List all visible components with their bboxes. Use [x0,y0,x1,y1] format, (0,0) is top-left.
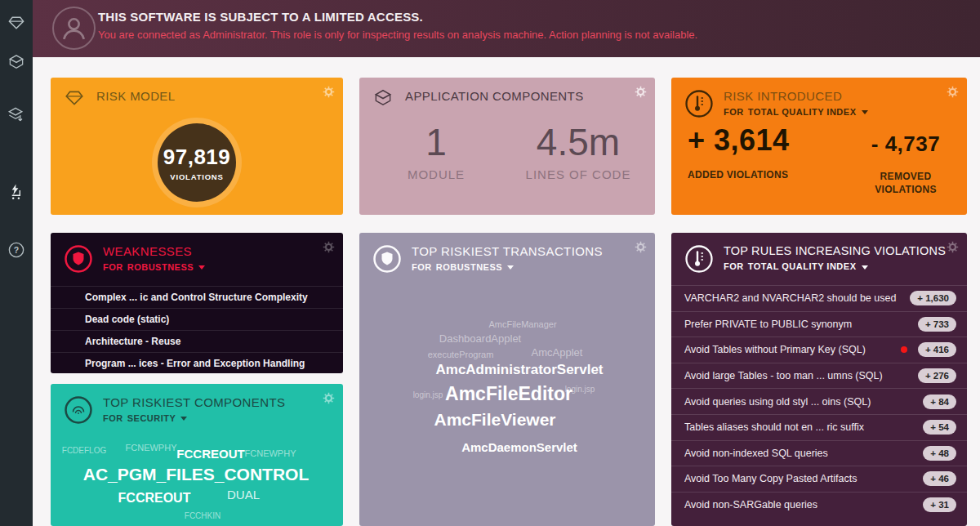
added-violations-badge: + 733 [918,317,956,332]
left-sidebar: ? [0,0,33,526]
violations-counter[interactable]: 97,819 VIOLATIONS [158,123,236,202]
transaction-word[interactable]: DashboardApplet [439,332,521,345]
component-word[interactable]: AC_PGM_FILES_CONTROL [83,465,310,484]
transaction-word[interactable]: AmcAdministratorServlet [435,362,603,378]
weakness-item[interactable]: Program ... ices - Error and Exception H… [51,352,343,373]
components-stack-icon [372,87,394,109]
transaction-word[interactable]: executeProgram [428,350,494,359]
rule-label: Avoid Tables without Primary Key (SQL) [684,344,901,355]
components-stack-icon[interactable] [7,53,26,72]
gear-icon[interactable] [322,85,336,99]
removed-violations-value: - 4,737 [856,132,956,157]
metric-dropdown[interactable]: FORTOTAL QUALITY INDEX [724,261,946,271]
transaction-word[interactable]: AmcApplet [532,346,583,359]
components-export-icon[interactable] [7,106,26,125]
application-components-panel[interactable]: APPLICATION COMPONENTS 1 MODULE 4.5m LIN… [359,78,655,215]
banner-subtitle: You are connected as Administrator. This… [98,29,697,41]
transaction-word[interactable]: AmcDaemonServlet [461,440,577,454]
component-word[interactable]: FCCREOUT [118,491,191,506]
lines-of-code-count: 4.5m [517,120,639,164]
chevron-down-icon [862,265,868,270]
weaknesses-panel: WEAKNESSES FORROBUSTNESS Complex ... ic … [51,233,343,373]
panel-title: TOP RULES INCREASING VIOLATIONS [724,244,946,258]
weakness-item[interactable]: Complex ... ic and Control Structure Com… [51,286,343,308]
module-label: MODULE [375,167,497,181]
transaction-word[interactable]: AmcFileManager [488,319,556,329]
components-word-cloud: FCDEFLOGFCNEWPHYFCCREOUTFCNEWPHYAC_PGM_F… [51,384,343,526]
metric-dropdown[interactable]: FORTOTAL QUALITY INDEX [724,107,868,117]
added-violations-badge: + 84 [923,394,956,409]
module-stat[interactable]: 1 MODULE [375,120,497,181]
transactions-word-cloud: AmcFileManagerDashboardAppletexecuteProg… [359,233,655,526]
removed-violations-label: REMOVED VIOLATIONS [856,170,956,196]
rule-label: Avoid non-SARGable queries [684,499,923,510]
added-violations-badge: + 1,630 [910,291,956,305]
rule-label: Prefer PRIVATE to PUBLIC synonym [684,319,918,330]
gear-icon[interactable] [634,85,648,99]
added-violations-badge: + 416 [918,342,956,357]
component-word[interactable]: FCDEFLOG [62,446,106,455]
lines-of-code-stat[interactable]: 4.5m LINES OF CODE [517,120,639,181]
violations-value: 97,819 [163,145,231,170]
weaknesses-list: Complex ... ic and Control Structure Com… [51,286,343,373]
added-violations-badge: + 46 [923,471,956,486]
rule-row[interactable]: Avoid queries using old styl ... oins (S… [671,388,967,414]
transaction-word[interactable]: login.jsp [565,385,595,394]
risk-model-panel[interactable]: RISK MODEL 97,819 VIOLATIONS [51,78,343,215]
rule-row[interactable]: VARCHAR2 and NVARCHAR2 should be used + … [671,285,967,311]
component-word[interactable]: FCNEWPHY [245,448,296,458]
transaction-word[interactable]: AmcFileViewer [434,410,555,430]
thermometer-icon [684,89,714,118]
rule-row[interactable]: Prefer PRIVATE to PUBLIC synonym + 733 [671,311,967,337]
risk-introduced-panel[interactable]: RISK INTRODUCED FORTOTAL QUALITY INDEX +… [671,78,967,215]
rule-row[interactable]: Avoid non-indexed SQL queries + 48 [671,440,967,466]
top-riskiest-transactions-panel: TOP RISKIEST TRANSACTIONS FORROBUSTNESS … [359,233,655,526]
diamond-risk-model-icon[interactable] [7,14,26,33]
rule-row[interactable]: Avoid non-SARGable queries + 31 [671,492,967,518]
added-violations[interactable]: + 3,614 ADDED VIOLATIONS [688,123,790,181]
weakness-item[interactable]: Architecture - Reuse [51,330,343,352]
panel-title: RISK INTRODUCED [724,89,868,104]
panel-title: RISK MODEL [96,89,176,104]
gear-icon[interactable] [322,240,336,254]
banner-title: THIS SOFTWARE IS SUBJECT TO A LIMITED AC… [98,10,423,24]
gear-icon[interactable] [946,240,960,254]
svg-text:?: ? [14,245,19,255]
component-word[interactable]: FCCHKIN [185,511,220,520]
component-word[interactable]: FCNEWPHY [126,443,177,452]
rule-label: Avoid queries using old styl ... oins (S… [684,396,923,408]
risk-model-header: RISK MODEL [64,89,176,109]
added-violations-badge: + 31 [923,497,956,512]
weakness-item[interactable]: Dead code (static) [51,308,343,330]
rule-label: Avoid Too Many Copy Pasted Artifacts [684,473,923,484]
rule-row[interactable]: Tables aliases should not en ... ric suf… [671,414,967,440]
rules-header: TOP RULES INCREASING VIOLATIONS FORTOTAL… [684,244,946,274]
component-word[interactable]: FCCREOUT [176,447,244,461]
shield-icon [64,244,93,274]
lines-of-code-label: LINES OF CODE [517,167,639,181]
weaknesses-header: WEAKNESSES FORROBUSTNESS [64,244,205,274]
rule-row[interactable]: Avoid Tables without Primary Key (SQL) +… [671,337,967,363]
application-components-stats: 1 MODULE 4.5m LINES OF CODE [359,120,655,181]
metric-dropdown[interactable]: FORROBUSTNESS [103,262,205,272]
thermometer-icon [684,244,714,274]
gear-icon[interactable] [946,85,960,99]
added-violations-label: ADDED VIOLATIONS [688,169,790,181]
removed-violations[interactable]: - 4,737 REMOVED VIOLATIONS [856,132,956,196]
top-riskiest-components-panel: TOP RISKIEST COMPONENTS FORSECURITY FCDE… [51,384,343,526]
transaction-word[interactable]: login.jsp [413,390,443,399]
new-violation-dot [901,346,907,353]
risk-introduced-header: RISK INTRODUCED FORTOTAL QUALITY INDEX [684,89,868,118]
lightning-cart-icon[interactable] [7,183,26,202]
panel-title: APPLICATION COMPONENTS [405,89,584,104]
added-violations-badge: + 48 [923,446,956,461]
component-word[interactable]: DUAL [227,488,260,501]
added-violations-badge: + 276 [918,368,956,383]
rule-label: VARCHAR2 and NVARCHAR2 should be used [684,292,910,304]
rule-row[interactable]: Avoid Too Many Copy Pasted Artifacts + 4… [671,466,967,492]
rule-label: Avoid non-indexed SQL queries [684,448,923,459]
rule-row[interactable]: Avoid large Tables - too man ... umns (S… [671,363,967,389]
transaction-word[interactable]: AmcFileEditor [445,383,572,405]
help-icon[interactable]: ? [7,241,26,260]
diamond-icon [64,87,85,109]
